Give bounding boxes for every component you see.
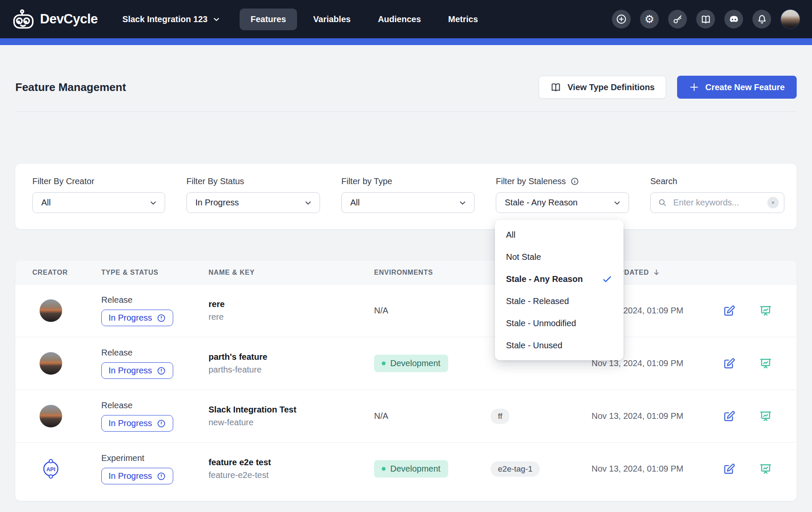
creator-avatar[interactable] [40,352,62,375]
project-selector[interactable]: Slack Integration 123 [123,14,220,24]
edit-feature-icon[interactable] [723,357,735,370]
filter-creator-select[interactable]: All [32,192,165,213]
table-row[interactable]: Release In Progress Slack Integration Te… [15,390,797,442]
feature-metrics-icon[interactable] [759,357,772,370]
staleness-option-stale-unused[interactable]: Stale - Unused [495,334,623,356]
project-selector-label: Slack Integration 123 [123,14,208,24]
environment-label: Development [390,358,440,368]
tag-pill: ff [491,409,509,424]
environments-value: N/A [374,411,388,421]
create-new-feature-button[interactable]: Create New Feature [677,76,797,99]
staleness-option-stale-unmodified[interactable]: Stale - Unmodified [495,312,623,334]
notifications-button[interactable] [752,10,771,28]
feature-key: rere [209,312,374,322]
feature-name[interactable]: parth's feature [209,352,374,362]
filter-type-label: Filter by Type [341,176,475,186]
filter-staleness-label: Filter by Staleness [496,176,629,186]
status-badge-label: In Progress [109,366,152,375]
key-icon [672,14,683,25]
chevron-down-icon [459,199,466,207]
column-header-environments[interactable]: ENVIRONMENTS [374,269,491,276]
creator-avatar[interactable] [40,299,62,322]
edit-feature-icon[interactable] [723,304,735,317]
search-icon [658,198,667,208]
status-badge-label: In Progress [109,313,152,323]
filter-status-label: Filter By Status [186,176,320,186]
feature-name[interactable]: Slack Integration Test [209,405,374,415]
settings-button[interactable]: ⚙ [640,10,659,28]
feature-metrics-icon[interactable] [759,304,772,317]
tag-pill: e2e-tag-1 [491,461,540,477]
tab-variables[interactable]: Variables [302,9,362,30]
staleness-option-stale-released[interactable]: Stale - Released [495,290,623,312]
accent-bar [0,38,812,45]
filter-staleness-label-text: Filter by Staleness [496,176,566,186]
filter-type-value: All [350,198,360,208]
creator-avatar[interactable] [40,405,62,427]
feature-key: feature-e2e-test [209,470,374,480]
tab-audiences[interactable]: Audiences [367,9,432,30]
gear-icon: ⚙ [644,14,654,25]
chevron-down-icon [149,199,157,207]
search-clear-button[interactable]: × [767,197,779,208]
plus-icon [689,82,699,92]
status-badge[interactable]: In Progress [101,468,173,484]
feature-name[interactable]: rere [209,299,374,309]
view-type-definitions-button[interactable]: View Type Definitions [539,76,666,99]
tab-metrics[interactable]: Metrics [437,9,489,30]
table-row[interactable]: Release In Progress parth's feature part… [15,337,797,390]
staleness-option-all[interactable]: All [495,224,623,246]
api-keys-button[interactable] [668,10,687,28]
tab-features[interactable]: Features [240,9,297,30]
filter-status-group: Filter By Status In Progress [186,176,320,213]
status-badge-label: In Progress [109,471,152,481]
staleness-option-stale-any-reason[interactable]: Stale - Any Reason [495,268,623,290]
filter-staleness-select[interactable]: Stale - Any Reason [496,192,629,213]
filter-type-select[interactable]: All [341,192,475,213]
header-actions: View Type Definitions Create New Feature [539,76,797,99]
api-creator-avatar[interactable]: API [40,458,62,480]
warning-circle-icon [157,366,166,375]
navbar-icon-buttons: ⚙ [612,9,800,29]
warning-circle-icon [157,472,166,481]
warning-circle-icon [157,419,166,428]
info-icon[interactable] [570,177,579,186]
feature-key: parths-feature [209,365,374,375]
table-row[interactable]: API Experiment In Progress feature e2e t… [15,442,797,495]
search-input[interactable] [673,198,761,208]
feature-metrics-icon[interactable] [759,410,772,423]
filter-staleness-group: Filter by Staleness Stale - Any Reason [496,176,629,213]
status-badge[interactable]: In Progress [101,362,173,379]
user-profile-avatar[interactable] [781,9,800,29]
environments-value: N/A [374,306,388,315]
feature-type: Release [101,401,209,410]
column-header-creator[interactable]: CREATOR [32,269,101,276]
staleness-option-label: Stale - Any Reason [506,274,583,284]
updated-timestamp: Nov 13, 2024, 01:09 PM [592,411,719,421]
search-label: Search [650,176,784,186]
brand[interactable]: DevCycle [12,9,98,29]
environment-badge: Development [374,460,448,478]
filter-creator-group: Filter By Creator All [32,176,165,213]
status-badge[interactable]: In Progress [101,310,173,326]
staleness-option-not-stale[interactable]: Not Stale [495,246,623,268]
feature-metrics-icon[interactable] [759,463,772,475]
edit-feature-icon[interactable] [723,463,735,475]
tags-cell: ff [491,409,592,424]
x-icon: × [772,199,775,206]
devcycle-robot-logo-icon [12,9,35,29]
edit-feature-icon[interactable] [723,410,735,423]
status-badge[interactable]: In Progress [101,415,173,432]
filter-type-group: Filter by Type All [341,176,475,213]
column-header-name-key[interactable]: NAME & KEY [209,269,374,276]
column-header-type-status[interactable]: TYPE & STATUS [101,269,209,276]
environment-dot-icon [382,467,386,471]
discord-button[interactable] [724,10,743,28]
table-row[interactable]: Release In Progress rere rere N/A Nov 13… [15,284,797,337]
filter-status-select[interactable]: In Progress [186,192,320,213]
search-box: × [650,192,784,213]
feature-name[interactable]: feature e2e test [209,458,374,467]
create-button[interactable] [612,10,631,28]
feature-key: new-feature [209,418,374,427]
docs-button[interactable] [696,10,715,28]
